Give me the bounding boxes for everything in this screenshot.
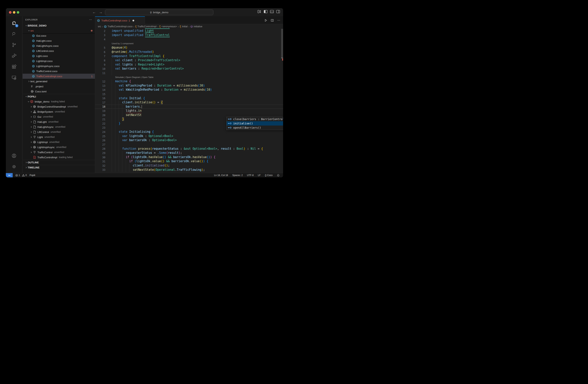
tree-item-bridge-demo[interactable]: bridge_demoloading failed [22,99,95,104]
minimize-window-icon[interactable] [13,11,15,14]
notifications-bell-icon[interactable] [277,174,280,177]
status-item[interactable]: UTF-8 [247,174,254,177]
breadcrumb-item[interactable]: ξInitial [180,25,188,28]
search-icon[interactable] [9,28,19,39]
tree-item-test-generated[interactable]: test_generated [22,79,95,84]
status-item[interactable]: {} Coco [265,174,273,177]
tree-item-bridgesystem[interactable]: BridgeSystemunverified [22,109,95,114]
toggle-secondary-sidebar-icon[interactable] [276,10,280,13]
code-line-14[interactable]: 14 val kWaitingOnRedPeriod : Duration = … [95,88,283,92]
breadcrumb-item[interactable]: src [98,25,101,28]
code-line-13[interactable]: 13 val kFlashingPeriod : Duration = mill… [95,84,283,88]
status-item[interactable]: Ln 18, Col 18 [214,174,228,177]
maximize-window-icon[interactable] [17,11,19,14]
toggle-panel-icon[interactable] [270,10,274,13]
command-center-search[interactable]: ⚲ bridge_demo [105,10,213,15]
more-actions-icon[interactable]: ⋯ [277,19,280,22]
suggest-item-openallbarriers[interactable]: openAllBarriers() [227,126,283,130]
tree-item-bridgecontrolsharedimpl[interactable]: BridgeControlSharedImplunverified [22,104,95,109]
code-line-28[interactable]: 28 function process(requesterStatus : &o… [95,147,283,151]
code-line-9[interactable]: 9 val lights : Required<Light> [95,63,283,67]
code-line-5[interactable]: 5@queue(4) [95,46,283,50]
scrollbar-thumb[interactable] [281,29,283,59]
run-debug-icon[interactable] [9,50,19,61]
close-window-icon[interactable] [9,11,12,14]
tree-item-lightimplasync-coco[interactable]: LightImplAsync.coco [22,64,95,69]
breadcrumb-item[interactable]: TrafficControlImpl.coco [104,25,132,28]
suggest-item-close[interactable]: close(barriers : BarrierControl.BarrierN… [227,117,283,121]
breadcrumb-item[interactable]: initialise [190,25,202,28]
split-editor-icon[interactable] [271,19,274,22]
code-line-24[interactable]: 24 state Initialising { [95,130,283,134]
tree-item-coco-toml[interactable]: Coco.toml [22,89,95,94]
tree-item--project[interactable]: .project [22,84,95,89]
tree-item-hallightasync-coco[interactable]: HalLightAsync.coco [22,43,95,48]
accounts-icon[interactable] [9,150,19,161]
section-header-timeline[interactable]: TIMELINE [22,165,95,170]
code-line-15[interactable]: 15 [95,92,283,96]
code-line-18[interactable]: 18 barriers. [95,105,283,109]
source-control-icon[interactable] [9,39,19,50]
code-line-25[interactable]: 25 var lightsOk : Optional<Bool> [95,134,283,138]
remote-explorer-icon[interactable] [9,72,19,83]
editor-scrollbar[interactable] [281,29,283,173]
tree-item-liftcontrol[interactable]: LiftControlunverified [22,129,95,134]
tree-item-trafficcontrol-coco[interactable]: TrafficControl.coco [22,69,95,74]
code-line-27[interactable]: 27 [95,143,283,147]
tree-item-lightimpl-coco[interactable]: LightImpl.coco [22,59,95,64]
section-header-popili[interactable]: POPILI [22,94,95,99]
codelens-link[interactable]: Used by 1 component [112,42,133,45]
code-line-16[interactable]: 16 state Initial { [95,96,283,101]
code-area[interactable]: 2import unqualified Light3import unquali… [95,29,283,173]
code-line-17[interactable]: 17 client.initialise() = { [95,100,283,105]
more-actions-icon[interactable]: ⋯ [89,18,92,21]
tab-trafficcontrolimpl[interactable]: TrafficControlImpl.coco 1 [95,16,145,24]
code-line-26[interactable]: 26 var barriersOk : Optional<Bool> [95,138,283,143]
tree-item-light[interactable]: Lightunverified [22,134,95,140]
remote-indicator[interactable]: >< [6,173,13,178]
code-line-31[interactable]: 31 if (lightsOk.value() && barriersOk.va… [95,159,283,164]
tree-item-lightimplasync[interactable]: LightImplAsyncunverified [22,145,95,150]
tree-item-liftcontrol-coco[interactable]: LiftControl.coco [22,48,95,53]
code-line-33[interactable]: 33 setNextState(Operational.TrafficFlowi… [95,168,283,172]
extensions-icon[interactable] [9,61,19,72]
section-header-bridge_demo[interactable]: BRIDGE_DEMO [22,23,95,28]
tree-item-trafficcontrol[interactable]: TrafficControlunverified [22,150,95,155]
section-header-outline[interactable]: OUTLINE [22,160,95,165]
code-line-7[interactable]: 7component TrafficControlImpl { [95,54,283,59]
code-line-8[interactable]: 8 val client : Provided<TrafficControl> [95,58,283,63]
codelens-link[interactable]: Open Table [142,76,153,78]
code-line-6[interactable]: 6@runtime(.MultiThreaded) [95,50,283,54]
tree-item-gui[interactable]: {}Guiunverified [22,114,95,119]
code-line-10[interactable]: 10 val barriers : Required<BarrierContro… [95,67,283,71]
code-line-32[interactable]: 32 client.initialised(); [95,164,283,168]
navigate-back-icon[interactable]: ← [92,10,96,15]
tree-item-light-coco[interactable]: Light.coco [22,53,95,59]
customize-layout-icon[interactable] [258,10,261,13]
code-line-2[interactable]: 2import unqualified Light [95,29,283,33]
suggest-item-initialise[interactable]: initialise()Nil [227,121,283,126]
tree-item-gui-coco[interactable]: Gui.coco [22,33,95,38]
navigate-forward-icon[interactable]: → [98,10,103,15]
tree-item-lightimpl[interactable]: LightImplunverified [22,140,95,145]
code-line-12[interactable]: 12 machine { [95,79,283,84]
code-line-29[interactable]: 29 requesterStatus = .Some(result); [95,151,283,155]
popili-status[interactable]: Popili [29,174,35,177]
tree-item-trafficcontrolimpl[interactable]: 0110TrafficControlImplloading failed [22,155,95,160]
explorer-icon[interactable]: 1 [9,18,19,28]
code-line-11[interactable]: 11 [95,71,283,75]
breadcrumb-item[interactable]: ξTrafficControlImpl [135,25,156,28]
run-file-icon[interactable] [264,19,267,22]
code-line-19[interactable]: 19 lights.in [95,109,283,113]
tree-item-src[interactable]: src [22,28,95,33]
codelens-link[interactable]: Open Diagram [126,76,140,78]
code-line-30[interactable]: 30 if (lightsOk.hasValue() && barriersOk… [95,155,283,159]
code-line-3[interactable]: 3import unqualified TrafficControl [95,33,283,37]
tree-item-hallight[interactable]: HalLightunverified [22,119,95,124]
status-item[interactable]: LF [258,174,261,177]
problems-status[interactable]: 1 0 [15,174,27,177]
status-item[interactable]: Spaces: 2 [232,174,243,177]
code-line-4[interactable]: 4 [95,37,283,42]
tree-item-hallight-coco[interactable]: HalLight.coco [22,38,95,43]
toggle-sidebar-icon[interactable] [264,10,268,13]
